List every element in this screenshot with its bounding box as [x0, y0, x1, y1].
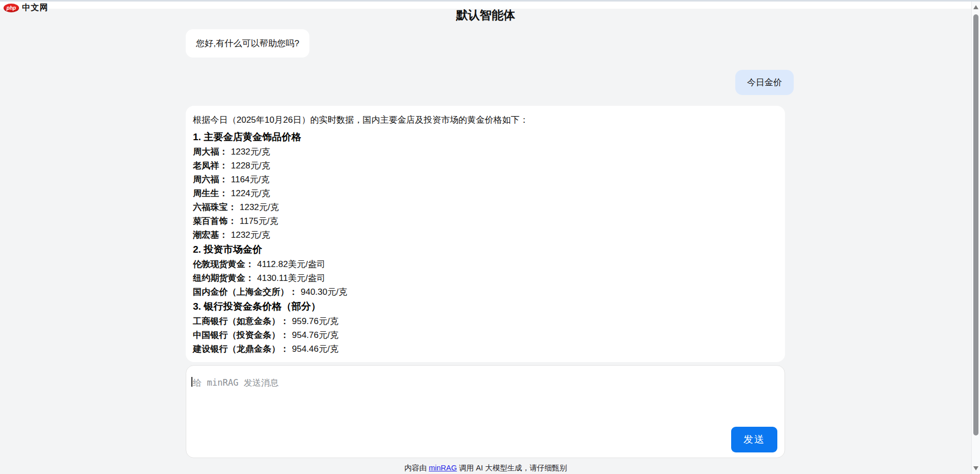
scrollbar[interactable]	[971, 0, 980, 474]
price-label: 周大福：	[193, 147, 228, 157]
price-label: 国内金价（上海金交所）：	[193, 287, 298, 297]
text-caret	[191, 377, 192, 387]
price-value: 1232元/克	[231, 147, 270, 157]
section-heading-banks: 3. 银行投资金条价格（部分）	[193, 299, 778, 314]
price-value: 1232元/克	[240, 202, 279, 212]
price-label: 六福珠宝：	[193, 202, 237, 212]
answer-intro: 根据今日（2025年10月26日）的实时数据，国内主要金店及投资市场的黄金价格如…	[193, 113, 778, 127]
scroll-up-arrow-icon[interactable]	[973, 5, 978, 9]
footer-disclaimer: 内容由 minRAG 调用 AI 大模型生成，请仔细甄别	[0, 463, 971, 473]
price-value: 4112.82美元/盎司	[257, 259, 325, 269]
price-label: 纽约期货黄金：	[193, 273, 254, 283]
composer: 发送	[186, 365, 785, 458]
price-label: 工商银行（如意金条）：	[193, 316, 289, 326]
assistant-answer-card: 根据今日（2025年10月26日）的实时数据，国内主要金店及投资市场的黄金价格如…	[186, 106, 785, 362]
price-value: 1232元/克	[231, 230, 270, 240]
minrag-link[interactable]: minRAG	[429, 464, 457, 472]
price-label: 中国银行（投资金条）：	[193, 330, 289, 340]
price-value: 1164元/克	[231, 175, 269, 184]
price-row: 国内金价（上海金交所）：940.30元/克	[193, 285, 778, 299]
price-row: 伦敦现货黄金：4112.82美元/盎司	[193, 257, 778, 271]
price-label: 老凤祥：	[193, 161, 228, 170]
price-label: 周生生：	[193, 188, 228, 198]
price-row: 周六福：1164元/克	[193, 173, 778, 186]
price-label: 潮宏基：	[193, 230, 228, 240]
price-row: 潮宏基：1232元/克	[193, 228, 778, 242]
price-value: 959.76元/克	[292, 316, 339, 326]
price-label: 周六福：	[193, 175, 228, 184]
footer-text-suffix: 调用 AI 大模型生成，请仔细甄别	[457, 464, 567, 472]
section-heading-stores: 1. 主要金店黄金饰品价格	[193, 129, 778, 145]
price-value: 1228元/克	[231, 161, 270, 170]
message-input[interactable]	[187, 366, 772, 428]
site-logo[interactable]: php 中文网	[4, 3, 48, 13]
price-value: 954.76元/克	[292, 330, 339, 340]
price-label: 菜百首饰：	[193, 216, 237, 226]
price-value: 1175元/克	[240, 216, 278, 226]
price-value: 954.46元/克	[292, 344, 339, 354]
price-label: 建设银行（龙鼎金条）：	[193, 344, 289, 354]
price-row: 周大福：1232元/克	[193, 145, 778, 159]
footer-text-prefix: 内容由	[404, 464, 429, 472]
price-row: 工商银行（如意金条）：959.76元/克	[193, 314, 778, 328]
assistant-greeting-bubble: 您好,有什么可以帮助您吗?	[186, 29, 309, 58]
price-value: 940.30元/克	[301, 287, 347, 297]
send-button[interactable]: 发送	[731, 427, 777, 452]
price-row: 老凤祥：1228元/克	[193, 159, 778, 173]
price-row: 中国银行（投资金条）：954.76元/克	[193, 328, 778, 342]
price-row: 纽约期货黄金：4130.11美元/盎司	[193, 271, 778, 285]
price-value: 4130.11美元/盎司	[257, 273, 325, 283]
php-logo-badge: php	[4, 4, 19, 12]
price-value: 1224元/克	[231, 188, 270, 198]
price-label: 伦敦现货黄金：	[193, 259, 254, 269]
price-row: 周生生：1224元/克	[193, 186, 778, 200]
price-row: 菜百首饰：1175元/克	[193, 214, 778, 228]
price-row: 建设银行（龙鼎金条）：954.46元/克	[193, 342, 778, 356]
scrollbar-thumb[interactable]	[973, 14, 978, 435]
price-row: 六福珠宝：1232元/克	[193, 200, 778, 214]
scroll-down-arrow-icon[interactable]	[973, 466, 978, 470]
user-message-bubble: 今日金价	[735, 70, 794, 95]
site-logo-text: 中文网	[22, 3, 48, 13]
page-title: 默认智能体	[0, 7, 971, 23]
window-top-edge	[0, 0, 980, 2]
section-heading-market: 2. 投资市场金价	[193, 242, 778, 257]
